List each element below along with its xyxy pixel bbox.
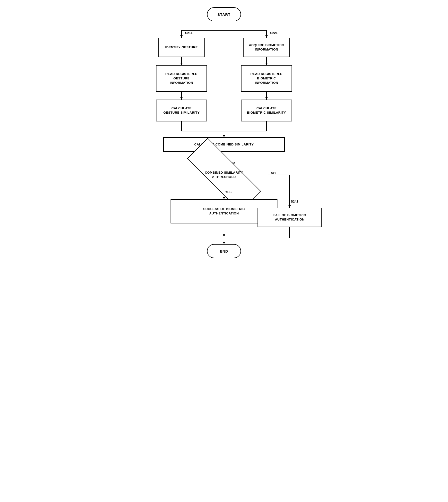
success-label: SUCCESS OF BIOMETRIC AUTHENTICATION	[203, 207, 245, 216]
start-node: START	[207, 7, 241, 21]
start-label: START	[217, 12, 231, 16]
end-node: END	[207, 244, 241, 258]
identify-gesture-label: IDENTIFY GESTURE	[165, 45, 197, 49]
fail-label: FAIL OF BIOMETRIC AUTHENTICATION	[273, 213, 306, 222]
svg-marker-30	[223, 233, 225, 235]
calc-gesture-label: CALCULATE GESTURE SIMILARITY	[163, 106, 199, 115]
s242-label: S242	[291, 200, 298, 203]
svg-marker-5	[265, 35, 268, 38]
svg-marker-11	[180, 97, 183, 100]
identify-gesture-node: IDENTIFY GESTURE	[159, 38, 205, 57]
svg-marker-13	[265, 97, 268, 100]
yes-label: YES	[225, 190, 232, 194]
svg-marker-25	[288, 205, 291, 208]
no-label: NO	[271, 171, 276, 175]
calc-gesture-node: CALCULATE GESTURE SIMILARITY	[156, 100, 207, 121]
read-gesture-node: READ REGISTERED GESTURE INFORMATION	[156, 65, 207, 92]
svg-marker-9	[265, 63, 268, 65]
read-gesture-label: READ REGISTERED GESTURE INFORMATION	[165, 72, 197, 85]
flowchart-diagram: START S211 S221 IDENTIFY GESTURE ACQUIRE…	[139, 5, 309, 248]
end-label: END	[220, 249, 228, 253]
read-biometric-label: READ REGISTERED BIOMETRIC INFORMATION	[251, 72, 283, 85]
svg-marker-22	[223, 197, 225, 199]
svg-marker-3	[180, 35, 183, 38]
diamond-label: COMBINED SIMILARITY ≥ THRESHOLD	[205, 171, 243, 179]
calc-biometric-label: CALCULATE BIOMETRIC SIMILARITY	[247, 106, 286, 115]
s221-label: S221	[270, 31, 277, 35]
calc-biometric-node: CALCULATE BIOMETRIC SIMILARITY	[241, 100, 292, 121]
svg-marker-32	[223, 242, 225, 244]
fail-node: FAIL OF BIOMETRIC AUTHENTICATION	[257, 208, 322, 227]
svg-marker-18	[223, 135, 225, 137]
s211-label: S211	[185, 31, 192, 35]
acquire-biometric-label: ACQUIRE BIOMETRIC INFORMATION	[249, 43, 284, 52]
acquire-biometric-node: ACQUIRE BIOMETRIC INFORMATION	[243, 38, 289, 57]
diamond-node: COMBINED SIMILARITY ≥ THRESHOLD	[186, 160, 262, 189]
calc-combined-node: CALCULATE COMBINED SIMILARITY	[163, 137, 285, 152]
read-biometric-node: READ REGISTERED BIOMETRIC INFORMATION	[241, 65, 292, 92]
svg-marker-7	[180, 63, 183, 65]
